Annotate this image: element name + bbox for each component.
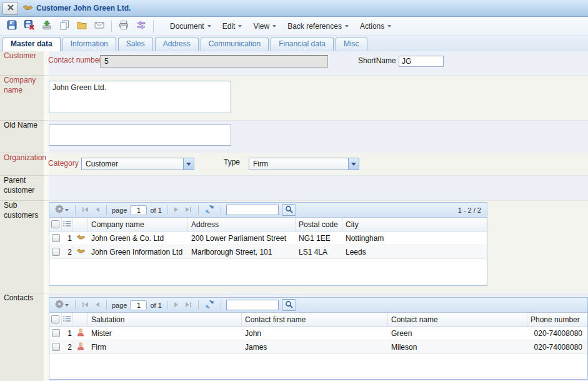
- column-header-city[interactable]: City: [342, 218, 487, 231]
- shortname-field[interactable]: [399, 56, 444, 67]
- cell-first-name: James: [242, 340, 388, 353]
- row-contacts: Contacts page of 1: [0, 293, 588, 381]
- page-of-label: of 1: [150, 206, 161, 214]
- contact-row[interactable]: 1 Mister John Green 020-74008080: [49, 327, 587, 340]
- menu-edit-label: Edit: [222, 22, 236, 31]
- section-label-organization: Organization: [4, 153, 41, 163]
- grid-settings-button[interactable]: [54, 300, 70, 310]
- row-sub-customers: Sub customers page of 1: [0, 200, 588, 293]
- row-checkbox[interactable]: [52, 234, 60, 242]
- type-select[interactable]: Firm: [249, 158, 359, 170]
- page-input[interactable]: [130, 300, 147, 310]
- old-name-field[interactable]: [49, 124, 231, 146]
- last-page-button[interactable]: [184, 205, 193, 215]
- column-header-contact-first-name[interactable]: Contact first name: [242, 313, 388, 326]
- grid-search-button[interactable]: [282, 204, 296, 216]
- first-page-icon: [82, 205, 89, 215]
- cell-last-name: Mileson: [388, 340, 527, 353]
- row-number: 1: [62, 231, 73, 245]
- cell-postal-code: LS1 4LA: [296, 245, 342, 258]
- save-icon: [7, 20, 17, 32]
- person-icon: [77, 328, 84, 338]
- copy-button[interactable]: [57, 19, 72, 33]
- column-header-contact-name[interactable]: Contact name: [388, 313, 527, 326]
- list-icon: [63, 220, 71, 229]
- next-page-button[interactable]: [172, 300, 181, 310]
- tab-communication[interactable]: Communication: [201, 38, 269, 51]
- cell-phone: 020-74008080: [527, 340, 587, 353]
- next-page-button[interactable]: [172, 205, 181, 215]
- row-checkbox[interactable]: [52, 329, 60, 337]
- last-page-icon: [185, 300, 192, 310]
- mail-button[interactable]: [92, 19, 107, 33]
- transfer-button[interactable]: [134, 19, 149, 33]
- import-button[interactable]: [39, 19, 54, 33]
- tab-information[interactable]: Information: [62, 38, 116, 51]
- last-page-button[interactable]: [184, 300, 193, 310]
- close-button[interactable]: [2, 2, 18, 15]
- tab-master-data[interactable]: Master data: [2, 37, 61, 51]
- tab-bar: Master data Information Sales Address Co…: [0, 36, 588, 51]
- menu-edit[interactable]: Edit: [217, 19, 248, 33]
- print-icon: [119, 20, 129, 32]
- grid-search-button[interactable]: [282, 299, 296, 311]
- page-label: page: [112, 302, 127, 309]
- contact-number-field[interactable]: [100, 55, 328, 68]
- section-label-sub-customers: Sub customers: [4, 201, 41, 220]
- row-list-header: [62, 218, 73, 231]
- chevron-down-icon: [65, 304, 69, 307]
- section-label-parent-customer: Parent customer: [4, 176, 41, 195]
- print-button[interactable]: [116, 19, 131, 33]
- tab-misc[interactable]: Misc: [336, 38, 367, 51]
- section-label-contacts: Contacts: [4, 293, 41, 303]
- row-number: 2: [62, 245, 73, 258]
- menu-view[interactable]: View: [247, 19, 282, 33]
- save-button[interactable]: [4, 19, 19, 33]
- title-bar: Customer John Green Ltd.: [0, 0, 588, 17]
- page-input[interactable]: [130, 205, 147, 215]
- row-checkbox[interactable]: [52, 343, 60, 351]
- cell-first-name: John: [242, 327, 388, 340]
- column-header-postal-code[interactable]: Postal code: [296, 218, 342, 231]
- tab-sales[interactable]: Sales: [118, 38, 153, 51]
- select-all-checkbox[interactable]: [51, 315, 59, 323]
- column-header-phone-number[interactable]: Phone number: [527, 313, 587, 326]
- refresh-button[interactable]: [204, 300, 216, 311]
- folder-button[interactable]: [74, 19, 89, 33]
- column-header-salutation[interactable]: Salutation: [88, 313, 242, 326]
- row-icon-header: [73, 313, 88, 326]
- category-select[interactable]: Customer: [81, 158, 194, 170]
- tab-financial-data[interactable]: Financial data: [271, 38, 334, 51]
- menu-actions[interactable]: Actions: [354, 19, 397, 33]
- refresh-button[interactable]: [204, 205, 216, 216]
- sub-customer-row[interactable]: 2 John Green Information Ltd Marlborough…: [49, 245, 487, 259]
- first-page-button[interactable]: [81, 205, 90, 215]
- menu-back-references-label: Back references: [287, 22, 342, 31]
- tab-address[interactable]: Address: [155, 38, 199, 51]
- save-close-button[interactable]: [22, 19, 37, 33]
- section-label-company-name: Company name: [4, 76, 41, 95]
- menu-document[interactable]: Document: [164, 19, 217, 33]
- prev-page-button[interactable]: [93, 205, 101, 215]
- company-name-field[interactable]: John Green Ltd.: [49, 81, 231, 113]
- sub-customer-row[interactable]: 1 John Green & Co. Ltd 200 Lower Parliam…: [49, 231, 487, 245]
- import-icon: [42, 20, 52, 32]
- grid-search-input[interactable]: [226, 300, 279, 310]
- page-label: page: [112, 206, 127, 214]
- cell-address: 200 Lower Parliament Street: [188, 231, 296, 245]
- chevron-down-icon: [272, 25, 276, 28]
- column-header-company-name[interactable]: Company name: [88, 218, 188, 231]
- row-checkbox[interactable]: [52, 248, 60, 256]
- grid-search-input[interactable]: [226, 205, 279, 215]
- column-header-address[interactable]: Address: [188, 218, 296, 231]
- menu-back-references[interactable]: Back references: [282, 19, 354, 33]
- select-all-checkbox[interactable]: [51, 220, 59, 228]
- category-select-arrow-icon: [183, 158, 194, 170]
- next-page-icon: [174, 205, 179, 215]
- page-of-label: of 1: [150, 302, 161, 309]
- contact-row[interactable]: 2 Firm James Mileson 020-74008080: [49, 340, 587, 354]
- prev-page-button[interactable]: [93, 300, 101, 310]
- window-title: Customer John Green Ltd.: [36, 4, 131, 13]
- grid-settings-button[interactable]: [54, 205, 70, 215]
- first-page-button[interactable]: [81, 300, 90, 310]
